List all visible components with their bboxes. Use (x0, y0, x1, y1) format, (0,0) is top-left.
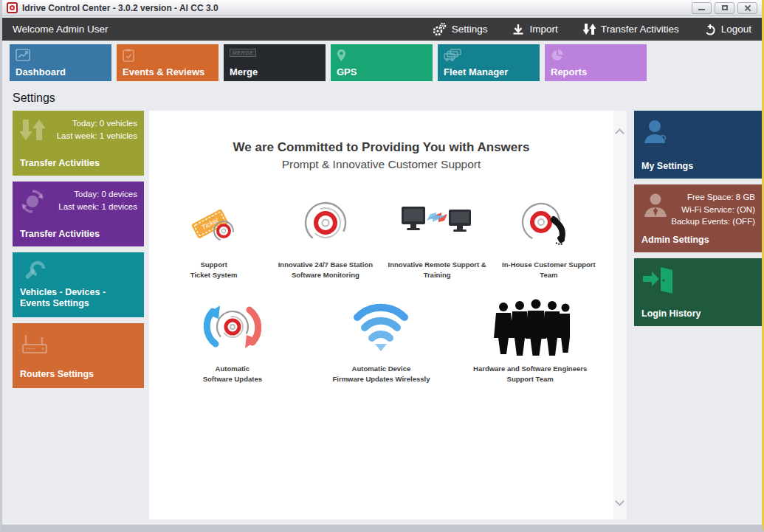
close-button[interactable] (737, 2, 757, 14)
line-chart-icon (16, 49, 30, 61)
left-sidebar: Today: 0 vehicles Last week: 1 vehicles … (13, 111, 144, 394)
nav-tile-dashboard[interactable]: Dashboard (10, 44, 111, 81)
content-heading: We are Committed to Providing You with A… (158, 140, 605, 155)
feature-label: Support Ticket System (159, 260, 269, 281)
nav-tiles: Dashboard Events & Reviews MERGE Merge G… (10, 44, 762, 81)
feature-engineers-team: Hardware and Software Engineers Support … (460, 300, 600, 385)
tile-transfer-activities-vehicles[interactable]: Today: 0 vehicles Last week: 1 vehicles … (13, 111, 144, 176)
admin-user-icon (641, 192, 671, 221)
tools-icon (20, 260, 47, 286)
nav-tile-label: Dashboard (16, 66, 66, 77)
close-icon (744, 4, 751, 11)
trucks-icon (444, 49, 463, 61)
transfer-arrows-icon (20, 118, 45, 142)
welcome-text: Welcome Admin User (13, 24, 432, 35)
feature-auto-software-updates: Automatic Software Updates (162, 300, 303, 385)
stat-line: Free Space: 8 GB (687, 193, 755, 201)
tile-stats: Free Space: 8 GB Wi-Fi Service: (ON) Bac… (671, 191, 755, 228)
tile-routers-settings[interactable]: Routers Settings (13, 323, 144, 388)
window-title: Idrive Control Center - 3.0.2 version - … (22, 3, 692, 13)
nav-tile-label: Fleet Manager (444, 66, 508, 77)
tile-vehicles-devices-events-settings[interactable]: Vehicles - Devices - Events Settings (13, 252, 144, 317)
nav-tile-fleet-manager[interactable]: Fleet Manager (438, 44, 540, 81)
feature-label: In-House Customer Support Team (493, 260, 604, 281)
import-icon (512, 24, 524, 35)
tile-my-settings[interactable]: My Settings (634, 111, 762, 179)
feature-label: Innovative 24/7 Base Station Software Mo… (270, 260, 381, 281)
stat-line: Wi-Fi Service: (ON) (681, 205, 755, 214)
stat-line: Today: 0 vehicles (72, 119, 137, 128)
nav-tile-label: Merge (230, 66, 258, 77)
main-area: Today: 0 vehicles Last week: 1 vehicles … (2, 111, 762, 519)
tile-label: Routers Settings (20, 369, 138, 381)
nav-tile-label: GPS (337, 66, 357, 77)
tile-label: Login History (641, 308, 756, 320)
power-icon (704, 24, 716, 35)
feature-wireless-firmware-updates: Automatic Device Firmware Updates Wirele… (311, 300, 451, 385)
feature-label: Innovative Remote Support & Training (382, 260, 492, 281)
gears-icon (432, 23, 447, 36)
menu-import-label: Import (529, 24, 557, 35)
page-title: Settings (13, 91, 762, 105)
nav-tile-merge[interactable]: MERGE Merge (224, 44, 326, 81)
menu-import[interactable]: Import (512, 24, 557, 35)
tile-label: Transfer Activities (20, 229, 138, 241)
content-panel: We are Committed to Providing You with A… (149, 111, 627, 519)
nav-tile-label: Events & Reviews (123, 66, 204, 77)
sync-icon (20, 189, 45, 214)
feature-label: Automatic Software Updates (162, 364, 303, 385)
nav-tile-label: Reports (551, 66, 587, 77)
tile-stats: Today: 0 vehicles Last week: 1 vehicles (57, 117, 137, 142)
scroll-down-icon[interactable] (615, 497, 624, 506)
minimize-button[interactable] (692, 2, 712, 14)
auto-software-updates-icon (162, 300, 303, 353)
menu-logout[interactable]: Logout (704, 24, 751, 35)
remote-support-icon (382, 196, 492, 249)
engineers-team-icon (460, 300, 600, 353)
feature-remote-support: Innovative Remote Support & Training (382, 196, 492, 281)
content-subheading: Prompt & Innovative Customer Support (158, 158, 605, 171)
maximize-icon (722, 5, 728, 10)
tile-label: Admin Settings (641, 235, 756, 246)
menubar: Welcome Admin User Settings Import Trans… (2, 18, 762, 41)
user-icon (641, 118, 671, 148)
titlebar: Idrive Control Center - 3.0.2 version - … (2, 0, 762, 16)
tile-stats: Today: 0 devices Last week: 1 devices (58, 188, 137, 213)
tile-admin-settings[interactable]: Free Space: 8 GB Wi-Fi Service: (ON) Bac… (634, 184, 762, 252)
tile-label: Transfer Activities (20, 158, 138, 170)
customer-support-team-icon (493, 196, 604, 249)
feature-row-1: Ticket Support Ticket System Innovative … (158, 196, 605, 281)
menu-transfer-activities[interactable]: Transfer Activities (583, 23, 679, 35)
nav-tile-gps[interactable]: GPS (331, 44, 433, 81)
stat-line: Today: 0 devices (74, 190, 137, 198)
maximize-button[interactable] (715, 2, 734, 14)
router-icon (20, 331, 49, 357)
tile-transfer-activities-devices[interactable]: Today: 0 devices Last week: 1 devices Tr… (13, 182, 144, 246)
nav-tile-reports[interactable]: Reports (545, 44, 647, 81)
content-scrollbar[interactable] (613, 111, 627, 519)
menu-settings-label: Settings (452, 24, 488, 35)
feature-label: Hardware and Software Engineers Support … (460, 364, 600, 385)
feature-customer-support-team: In-House Customer Support Team (493, 196, 604, 281)
login-door-icon (641, 266, 674, 295)
pie-chart-icon (551, 49, 564, 62)
tile-login-history[interactable]: Login History (634, 258, 762, 326)
stat-line: Backup Events: (OFF) (671, 217, 755, 226)
merge-badge-icon: MERGE (230, 49, 256, 57)
base-station-monitoring-icon (270, 196, 381, 249)
menu-settings[interactable]: Settings (432, 23, 488, 36)
stat-line: Last week: 1 vehicles (57, 131, 137, 140)
nav-tile-events-reviews[interactable]: Events & Reviews (117, 44, 218, 81)
feature-label: Automatic Device Firmware Updates Wirele… (311, 364, 451, 385)
tile-label: Vehicles - Devices - Events Settings (20, 287, 138, 310)
feature-support-ticket: Ticket Support Ticket System (159, 196, 269, 281)
right-sidebar: My Settings Free Space: 8 GB Wi-Fi Servi… (634, 111, 762, 332)
minimize-icon (698, 9, 705, 10)
map-pin-icon (337, 49, 346, 62)
transfer-arrows-icon (583, 23, 596, 35)
feature-row-2: Automatic Software Updates Automatic Dev… (158, 300, 605, 385)
menu-transfer-label: Transfer Activities (601, 24, 679, 35)
app-logo-icon (7, 2, 18, 13)
app-window: Idrive Control Center - 3.0.2 version - … (0, 0, 764, 532)
scroll-up-icon[interactable] (615, 128, 624, 138)
